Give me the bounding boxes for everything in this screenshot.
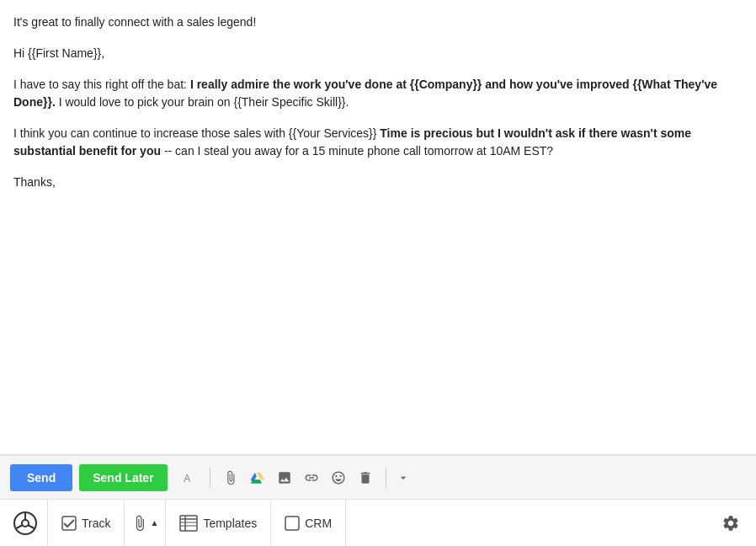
email-paragraph1: I have to say this right off the bat: I … [13, 76, 721, 111]
emoji-icon[interactable] [327, 466, 350, 490]
svg-rect-12 [285, 517, 299, 530]
para1-post: I would love to pick your brain on {{The… [56, 95, 349, 109]
logo-button[interactable] [10, 500, 48, 546]
send-button[interactable]: Send [10, 464, 72, 491]
email-content: It's great to finally connect with a sal… [13, 13, 721, 191]
email-body: It's great to finally connect with a sal… [0, 0, 756, 454]
bottom-bar: Track ▲ Templates CRM [0, 499, 756, 546]
delete-icon[interactable] [354, 466, 377, 490]
templates-icon [179, 515, 198, 532]
crm-label: CRM [305, 517, 332, 530]
link-icon[interactable] [300, 466, 323, 490]
templates-button[interactable]: Templates [166, 500, 271, 546]
attach-group[interactable]: ▲ [125, 500, 166, 546]
format-text-icon[interactable]: A [178, 466, 201, 490]
crm-button[interactable]: CRM [271, 500, 346, 546]
attach-icon[interactable] [219, 466, 242, 490]
attach-chevron-up-icon: ▲ [150, 518, 158, 527]
send-toolbar: Send Send Later A [0, 455, 756, 499]
templates-label: Templates [203, 517, 257, 530]
track-button[interactable]: Track [48, 500, 125, 546]
track-checkbox-icon [61, 516, 77, 531]
track-label: Track [82, 517, 110, 530]
para2-pre: I think you can continue to increase tho… [13, 126, 380, 140]
steering-wheel-icon [13, 511, 37, 535]
email-line1: It's great to finally connect with a sal… [13, 13, 721, 31]
para1-pre: I have to say this right off the bat: [13, 78, 190, 91]
svg-rect-7 [180, 516, 197, 531]
svg-text:A: A [184, 472, 190, 484]
toolbar-sep-2 [386, 468, 386, 488]
toolbar-sep-1 [210, 468, 210, 488]
svg-line-4 [17, 525, 24, 528]
attach-bottom-icon [131, 515, 148, 532]
email-signoff: Thanks, [13, 174, 721, 191]
settings-button[interactable] [716, 508, 746, 538]
crm-checkbox-icon [285, 516, 300, 531]
drive-icon[interactable] [246, 466, 269, 490]
email-paragraph2: I think you can continue to increase tho… [13, 125, 721, 160]
email-greeting: Hi {{First Name}}, [13, 45, 721, 62]
svg-line-5 [28, 525, 35, 528]
more-options-icon[interactable] [395, 466, 412, 490]
para2-post: -- can I steal you away for a 15 minute … [161, 144, 553, 158]
image-icon[interactable] [273, 466, 296, 490]
send-later-button[interactable]: Send Later [79, 464, 167, 491]
